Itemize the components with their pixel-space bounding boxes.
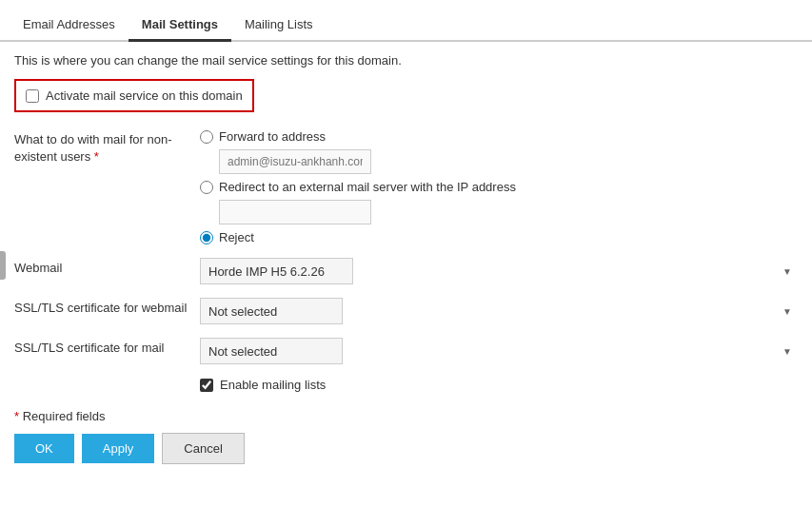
forward-option: Forward to address (200, 129, 798, 144)
reject-option: Reject (200, 230, 798, 244)
forward-label: Forward to address (219, 129, 326, 144)
webmail-row: Webmail Horde IMP H5 6.2.26 RoundCube Sq… (14, 258, 798, 284)
left-edge-indicator (0, 251, 6, 280)
ssl-webmail-row: SSL/TLS certificate for webmail Not sele… (14, 298, 798, 324)
ssl-mail-row: SSL/TLS certificate for mail Not selecte… (14, 338, 798, 364)
required-note-star: * (14, 409, 19, 423)
required-note-text: Required fields (23, 409, 106, 423)
mail-options-controls: Forward to address Redirect to an extern… (200, 129, 798, 244)
ssl-mail-label: SSL/TLS certificate for mail (14, 338, 200, 357)
ssl-webmail-select[interactable]: Not selected (200, 298, 343, 324)
reject-radio[interactable] (200, 231, 213, 244)
ssl-mail-controls: Not selected ▼ (200, 338, 798, 364)
ip-address-input[interactable] (219, 200, 371, 224)
required-star: * (94, 149, 99, 164)
mailing-lists-checkbox[interactable] (200, 379, 213, 392)
mailing-lists-checkbox-row: Enable mailing lists (200, 378, 798, 392)
ip-input-wrapper (219, 200, 798, 224)
button-row: OK Apply Cancel (14, 433, 798, 464)
webmail-label: Webmail (14, 258, 200, 277)
page-container: Email Addresses Mail Settings Mailing Li… (0, 0, 812, 476)
webmail-controls: Horde IMP H5 6.2.26 RoundCube SquirrelMa… (200, 258, 798, 284)
ssl-mail-select-arrow: ▼ (782, 346, 792, 357)
tab-email-addresses[interactable]: Email Addresses (10, 10, 129, 42)
forward-input-wrapper (219, 149, 798, 174)
cancel-button[interactable]: Cancel (162, 433, 244, 464)
ok-button[interactable]: OK (14, 434, 74, 463)
content-area: This is where you can change the mail se… (0, 42, 812, 476)
activate-mail-checkbox[interactable] (26, 89, 39, 103)
mail-options-row: What to do with mail for non-existent us… (14, 129, 798, 244)
forward-address-input[interactable] (219, 149, 371, 174)
webmail-select-arrow: ▼ (782, 266, 792, 277)
ssl-webmail-label: SSL/TLS certificate for webmail (14, 298, 200, 317)
reject-label: Reject (219, 230, 254, 244)
apply-button[interactable]: Apply (82, 434, 155, 463)
mailing-lists-controls: Enable mailing lists (200, 378, 798, 392)
redirect-option: Redirect to an external mail server with… (200, 180, 798, 194)
mailing-lists-spacer (14, 378, 200, 380)
ssl-webmail-select-wrapper: Not selected ▼ (200, 298, 798, 324)
tabs-bar: Email Addresses Mail Settings Mailing Li… (0, 0, 812, 42)
ssl-mail-select-wrapper: Not selected ▼ (200, 338, 798, 364)
webmail-select-wrapper: Horde IMP H5 6.2.26 RoundCube SquirrelMa… (200, 258, 798, 284)
form-section: What to do with mail for non-existent us… (14, 129, 798, 392)
mailing-lists-row: Enable mailing lists (14, 378, 798, 392)
mailing-lists-label: Enable mailing lists (220, 378, 326, 392)
ssl-webmail-controls: Not selected ▼ (200, 298, 798, 324)
activate-mail-box[interactable]: Activate mail service on this domain (14, 79, 254, 112)
webmail-select[interactable]: Horde IMP H5 6.2.26 RoundCube SquirrelMa… (200, 258, 353, 284)
redirect-label: Redirect to an external mail server with… (219, 180, 516, 194)
tab-mailing-lists[interactable]: Mailing Lists (231, 10, 327, 42)
ssl-mail-select[interactable]: Not selected (200, 338, 343, 364)
ssl-webmail-select-arrow: ▼ (782, 306, 792, 317)
required-note: * Required fields (14, 409, 798, 423)
main-wrapper: This is where you can change the mail se… (0, 42, 812, 476)
info-text: This is where you can change the mail se… (14, 53, 798, 68)
tab-mail-settings[interactable]: Mail Settings (129, 10, 231, 42)
activate-mail-label: Activate mail service on this domain (46, 88, 243, 103)
redirect-radio[interactable] (200, 181, 213, 194)
forward-radio[interactable] (200, 130, 213, 144)
mail-options-label: What to do with mail for non-existent us… (14, 129, 200, 166)
